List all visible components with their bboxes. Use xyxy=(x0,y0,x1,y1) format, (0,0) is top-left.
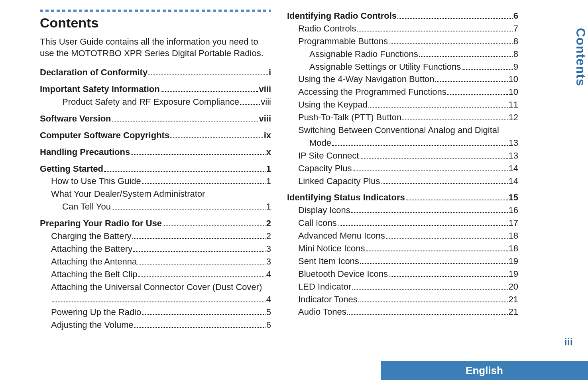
toc-label: Accessing the Programmed Functions xyxy=(298,86,446,98)
toc-entry: Preparing Your Radio for Use2 xyxy=(40,217,271,230)
toc-label: Software Version xyxy=(40,112,111,125)
toc-label: Product Safety and RF Exposure Complianc… xyxy=(62,96,239,108)
toc-page: 11 xyxy=(509,98,518,111)
toc-page: 13 xyxy=(509,149,518,162)
toc-page: 1 xyxy=(266,163,271,175)
toc-page: 19 xyxy=(509,268,518,280)
toc-entry: Mini Notice Icons18 xyxy=(287,242,518,255)
toc-label: Attaching the Universal Connector Cover … xyxy=(51,281,262,294)
toc-page: 21 xyxy=(509,293,518,306)
toc-entry: Attaching the Battery3 xyxy=(40,243,271,255)
toc-label: Mini Notice Icons xyxy=(298,242,365,255)
leader-dots xyxy=(134,327,265,328)
leader-dots xyxy=(402,119,507,120)
leader-dots xyxy=(435,81,508,82)
language-bar: English xyxy=(381,361,588,380)
leader-dots xyxy=(332,145,507,146)
toc-label: Call Icons xyxy=(298,217,337,229)
toc-page: 2 xyxy=(266,217,271,230)
leader-dots xyxy=(366,251,508,251)
toc-label: Preparing Your Radio for Use xyxy=(40,217,162,230)
toc-entry: Linked Capacity Plus14 xyxy=(287,175,518,188)
toc-label: Capacity Plus xyxy=(298,162,352,175)
toc-label: How to Use This Guide xyxy=(51,175,141,188)
toc-label: LED Indicator xyxy=(298,280,351,293)
toc-page: 1 xyxy=(266,175,271,188)
leader-dots xyxy=(381,183,507,184)
leader-dots xyxy=(462,69,512,70)
toc-entry: Bluetooth Device Icons19 xyxy=(287,268,518,280)
leader-dots xyxy=(358,302,508,302)
toc-entry: Call Icons17 xyxy=(287,217,518,229)
leader-dots xyxy=(142,183,265,184)
toc-label: Audio Tones xyxy=(298,306,346,318)
toc-label: Linked Capacity Plus xyxy=(298,175,380,188)
toc-label: Can Tell You xyxy=(62,200,111,213)
toc-label: Handling Precautions xyxy=(40,146,130,159)
page-number: iii xyxy=(564,336,573,348)
toc-label: Display Icons xyxy=(298,204,350,217)
toc-page: 4 xyxy=(266,268,271,281)
toc-entry: Indicator Tones21 xyxy=(287,293,518,306)
toc-page: 16 xyxy=(509,204,518,217)
toc-page: 12 xyxy=(509,111,518,124)
toc-label: Powering Up the Radio xyxy=(51,306,141,319)
toc-page: 2 xyxy=(266,230,271,243)
toc-page: i xyxy=(269,66,271,79)
toc-entry: Audio Tones21 xyxy=(287,306,518,318)
toc-page: 7 xyxy=(513,22,518,35)
toc-entry: Adjusting the Volume6 xyxy=(40,319,271,331)
leader-dots xyxy=(133,251,265,252)
toc-entry: Capacity Plus14 xyxy=(287,162,518,175)
left-column: Contents This User Guide contains all th… xyxy=(40,10,271,331)
leader-dots xyxy=(351,212,508,213)
toc-entry: Sent Item Icons19 xyxy=(287,255,518,268)
toc-label: Sent Item Icons xyxy=(298,255,359,268)
toc-entry: Push-To-Talk (PTT) Button12 xyxy=(287,111,518,124)
toc-entry: What Your Dealer/System Administrator xyxy=(40,188,271,200)
toc-page: viii xyxy=(261,96,271,108)
leader-dots xyxy=(357,31,513,31)
toc-page: 19 xyxy=(509,255,518,268)
toc-label: Advanced Menu Icons xyxy=(298,229,385,242)
toc-entry: Handling Precautionsx xyxy=(40,146,271,159)
side-tab-contents: Contents xyxy=(573,28,588,86)
toc-entry: Powering Up the Radio5 xyxy=(40,306,271,319)
toc-label: Attaching the Battery xyxy=(51,243,132,255)
toc-page: 10 xyxy=(509,86,518,98)
toc-entry: Radio Controls7 xyxy=(287,22,518,35)
leader-dots xyxy=(112,209,265,210)
toc-entry: Advanced Menu Icons18 xyxy=(287,229,518,242)
leader-dots xyxy=(352,289,507,290)
leader-dots xyxy=(347,314,508,315)
intro-paragraph: This User Guide contains all the informa… xyxy=(40,36,271,59)
leader-dots xyxy=(419,56,513,57)
toc-page: 18 xyxy=(509,242,518,255)
toc-page: 20 xyxy=(509,280,518,293)
toc-label: Using the 4-Way Navigation Button xyxy=(298,73,435,86)
toc-label: Assignable Radio Functions xyxy=(309,48,418,61)
toc-entry: Accessing the Programmed Functions10 xyxy=(287,86,518,98)
toc-label: Getting Started xyxy=(40,163,103,175)
toc-label: Programmable Buttons xyxy=(298,35,388,48)
toc-entry: 4 xyxy=(40,293,271,306)
toc-entry: Identifying Radio Controls6 xyxy=(287,10,518,22)
toc-label: Assignable Settings or Utility Functions xyxy=(309,61,461,73)
toc-entry: Attaching the Belt Clip4 xyxy=(40,268,271,281)
leader-dots xyxy=(52,302,265,302)
toc-left-list: Declaration of ConformityiImportant Safe… xyxy=(40,66,271,331)
toc-page: 14 xyxy=(509,162,518,175)
leader-dots xyxy=(360,263,508,264)
toc-label: Push-To-Talk (PTT) Button xyxy=(298,111,401,124)
toc-entry: Declaration of Conformityi xyxy=(40,66,271,79)
leader-dots xyxy=(389,276,507,277)
toc-page: 8 xyxy=(513,35,518,48)
right-column: Identifying Radio Controls6Radio Control… xyxy=(287,10,518,331)
toc-label: Radio Controls xyxy=(298,22,356,35)
toc-entry: Assignable Radio Functions8 xyxy=(287,48,518,61)
toc-page: 6 xyxy=(266,319,271,331)
toc-page: viii xyxy=(259,83,271,96)
leader-dots xyxy=(163,225,265,226)
toc-label: Attaching the Belt Clip xyxy=(51,268,137,281)
toc-label: Adjusting the Volume xyxy=(51,319,134,331)
